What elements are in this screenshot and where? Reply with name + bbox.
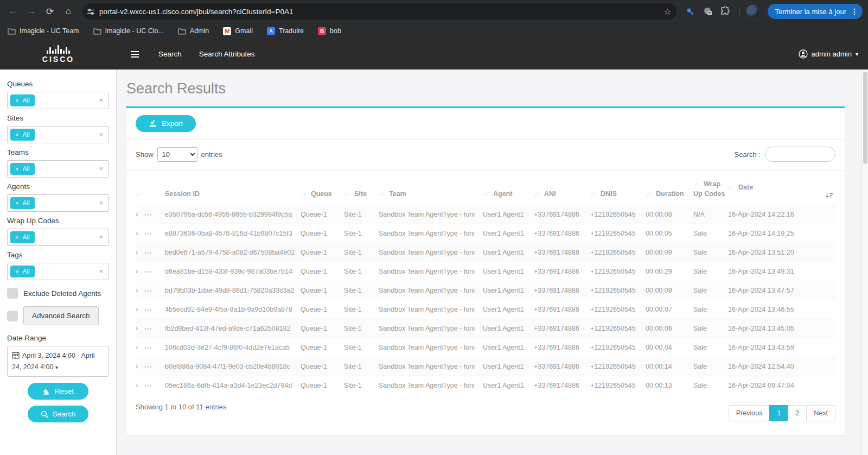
page-size-select[interactable]: 10 xyxy=(157,147,197,162)
sort-descending-active-icon[interactable] xyxy=(825,192,833,199)
reload-icon[interactable]: ⟳ xyxy=(42,4,58,19)
address-bar[interactable]: portal-v2.wxcc-us1.cisco.com/jbui/search… xyxy=(82,3,677,20)
reset-button[interactable]: Reset xyxy=(28,383,88,400)
col-wrap-up-codes[interactable]: ↓↑Wrap Up Codes xyxy=(693,170,728,205)
chip-remove-icon[interactable]: × xyxy=(15,268,18,275)
bookmark-bob[interactable]: B bob xyxy=(318,27,341,35)
nav-item-search-attributes[interactable]: Search Attributes xyxy=(199,50,255,58)
filter-chip[interactable]: ×All xyxy=(10,197,35,209)
col-expand[interactable]: ↓↑ xyxy=(136,170,165,205)
table-row[interactable]: › ●●● fb2d9bed-413f-47ed-a9de-c71a625081… xyxy=(136,319,835,338)
nav-item-search[interactable]: Search xyxy=(158,50,182,58)
home-icon[interactable]: ⌂ xyxy=(61,4,76,19)
row-actions-icon[interactable]: ●●● xyxy=(144,327,152,330)
advanced-search-button[interactable]: Advanced Search xyxy=(23,306,99,325)
expand-chevron-icon[interactable]: › xyxy=(136,268,138,275)
table-row[interactable]: › ●●● bed0e671-a579-4758-a082-d67508ba4e… xyxy=(136,243,835,262)
table-row[interactable]: › ●●● 4b5ecd92-84e9-4f5a-8a1b-9a9d10b9a8… xyxy=(136,300,835,319)
bookmark-folder-imagicle-uc-team[interactable]: Imagicle - UC Team xyxy=(8,27,79,35)
col-date[interactable]: ↓↑Date xyxy=(728,170,835,205)
pagination-previous[interactable]: Previous xyxy=(729,405,770,421)
export-button[interactable]: Export xyxy=(136,115,196,132)
table-row[interactable]: › ●●● d6ea81be-d158-433f-939c-987a03be7b… xyxy=(136,262,835,281)
expand-chevron-icon[interactable]: › xyxy=(136,382,138,389)
col-session-id[interactable]: Session ID xyxy=(165,170,301,205)
bookmark-folder-imagicle-uc-clo[interactable]: Imagicle - UC Clo... xyxy=(93,27,164,35)
password-manager-icon[interactable] xyxy=(701,4,715,18)
row-actions-icon[interactable]: ●●● xyxy=(144,213,152,216)
table-row[interactable]: › ●●● bd79b03b-1dae-49d8-86d1-75820a33c3… xyxy=(136,281,835,300)
sidebar-search-button[interactable]: Search xyxy=(28,406,88,422)
profile-avatar[interactable] xyxy=(746,4,760,18)
expand-chevron-icon[interactable]: › xyxy=(136,306,138,313)
browser-menu-icon[interactable]: ⋮ xyxy=(851,7,858,16)
expand-chevron-icon[interactable]: › xyxy=(136,325,138,332)
filter-chip[interactable]: ×All xyxy=(10,163,35,175)
row-actions-icon[interactable]: ●●● xyxy=(144,251,152,254)
clear-filter-icon[interactable]: × xyxy=(97,268,106,275)
table-row[interactable]: › ●●● e8873636-0ba8-4576-816d-41b9807c15… xyxy=(136,224,835,243)
expand-chevron-icon[interactable]: › xyxy=(136,249,138,256)
url-text[interactable]: portal-v2.wxcc-us1.cisco.com/jbui/search… xyxy=(99,8,663,16)
row-actions-icon[interactable]: ●●● xyxy=(144,346,152,349)
table-row[interactable]: › ●●● 05ec186a-6dfb-414a-a3d4-1e23ec2d79… xyxy=(136,376,835,395)
bookmark-star-icon[interactable]: ☆ xyxy=(663,7,671,17)
pagination-next[interactable]: Next xyxy=(806,405,835,421)
row-actions-icon[interactable]: ●●● xyxy=(144,232,152,235)
row-actions-icon[interactable]: ●●● xyxy=(144,308,152,311)
tags-multiselect[interactable]: ×All × xyxy=(7,263,109,280)
date-range-picker[interactable]: April 3, 2024 4:00 - April 24, 2024 4:00… xyxy=(7,346,109,377)
scrollbar-thumb[interactable] xyxy=(863,72,867,164)
sites-multiselect[interactable]: ×All × xyxy=(7,126,109,143)
back-icon[interactable]: ← xyxy=(5,4,21,19)
col-agent[interactable]: ↓↑Agent xyxy=(483,170,534,205)
clear-filter-icon[interactable]: × xyxy=(97,199,106,207)
chip-remove-icon[interactable]: × xyxy=(15,131,18,138)
filter-chip[interactable]: ×All xyxy=(10,266,35,277)
browser-update-button[interactable]: Terminer la mise à jour ⋮ xyxy=(768,4,863,19)
key-extension-icon[interactable] xyxy=(684,4,698,18)
row-actions-icon[interactable]: ●●● xyxy=(144,289,152,292)
table-row[interactable]: › ●●● b0ef886a-9084-47f1-9e03-cb20e4b801… xyxy=(136,357,835,376)
clear-filter-icon[interactable]: × xyxy=(97,233,106,241)
chip-remove-icon[interactable]: × xyxy=(15,97,18,104)
expand-chevron-icon[interactable]: › xyxy=(136,363,138,370)
clear-filter-icon[interactable]: × xyxy=(97,97,106,104)
clear-filter-icon[interactable]: × xyxy=(97,165,106,173)
extensions-puzzle-icon[interactable] xyxy=(718,4,732,18)
queues-multiselect[interactable]: ×All × xyxy=(7,92,109,109)
pagination-page-2[interactable]: 2 xyxy=(788,405,807,421)
col-site[interactable]: ↓↑Site xyxy=(344,170,379,205)
exclude-deleted-agents-checkbox[interactable] xyxy=(7,288,18,299)
chip-remove-icon[interactable]: × xyxy=(15,234,18,241)
site-settings-icon[interactable] xyxy=(87,8,95,16)
pagination-page-1[interactable]: 1 xyxy=(769,405,788,421)
filter-chip[interactable]: ×All xyxy=(10,129,35,141)
filter-chip[interactable]: ×All xyxy=(10,94,35,106)
table-row[interactable]: › ●●● e350795a-dc56-4955-8655-b329994f9c… xyxy=(136,205,835,224)
clear-filter-icon[interactable]: × xyxy=(97,131,106,138)
filter-chip[interactable]: ×All xyxy=(10,231,35,243)
row-actions-icon[interactable]: ●●● xyxy=(144,384,152,387)
forward-icon[interactable]: → xyxy=(24,4,39,19)
expand-chevron-icon[interactable]: › xyxy=(136,230,138,237)
expand-chevron-icon[interactable]: › xyxy=(136,344,138,351)
bookmark-gmail[interactable]: M Gmail xyxy=(223,27,253,35)
bookmark-traduire[interactable]: Traduire xyxy=(267,27,304,35)
advanced-search-checkbox[interactable] xyxy=(7,311,18,321)
table-search-input[interactable] xyxy=(765,147,835,162)
agents-multiselect[interactable]: ×All × xyxy=(7,194,109,212)
table-row[interactable]: › ●●● 106cd03d-3e27-4cf9-86f0-4dd2e7e1ac… xyxy=(136,338,835,357)
col-dnis[interactable]: ↓↑DNIS xyxy=(590,170,646,205)
col-duration[interactable]: ↓↑Duration xyxy=(646,170,693,205)
user-menu[interactable]: admin admin ▾ xyxy=(799,49,858,59)
teams-multiselect[interactable]: ×All × xyxy=(7,160,109,178)
chip-remove-icon[interactable]: × xyxy=(15,166,18,172)
row-actions-icon[interactable]: ●●● xyxy=(144,270,152,273)
col-ani[interactable]: ↓↑ANI xyxy=(534,170,590,205)
bookmark-folder-admin[interactable]: Admin xyxy=(178,27,209,35)
chip-remove-icon[interactable]: × xyxy=(15,200,18,206)
hamburger-menu-icon[interactable] xyxy=(129,49,141,60)
wrapup-codes-multiselect[interactable]: ×All × xyxy=(7,229,109,246)
page-scrollbar[interactable] xyxy=(861,69,868,455)
